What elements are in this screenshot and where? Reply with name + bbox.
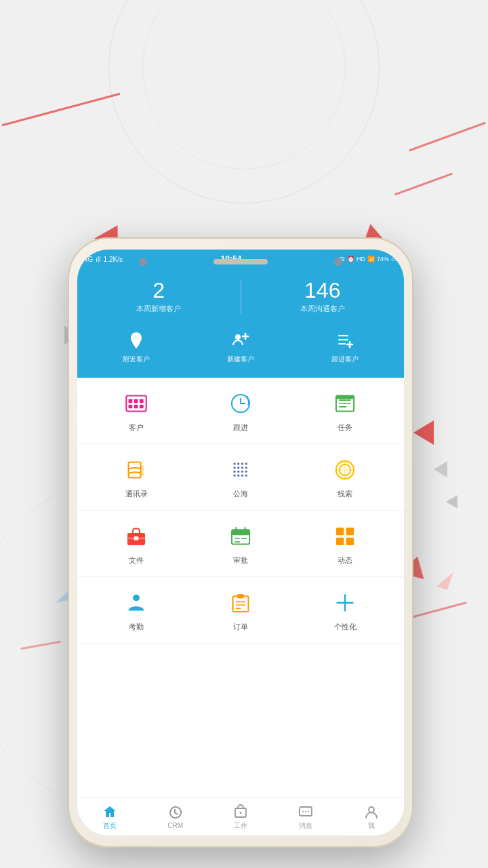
svg-point-28 [245, 462, 247, 465]
nav-crm[interactable]: CRM [142, 798, 207, 835]
grid-row-2: 通讯录 [77, 444, 404, 511]
svg-point-70 [308, 810, 309, 812]
svg-point-40 [245, 475, 247, 477]
task-icon [333, 391, 357, 416]
quick-action-follow[interactable]: 跟进客户 [293, 328, 397, 364]
stat-contact-customers: 146 本周沟通客户 [241, 279, 405, 314]
task-icon-wrap [330, 389, 360, 418]
grid-item-followup[interactable]: 跟进 [207, 389, 274, 433]
home-icon [102, 804, 118, 820]
nav-message-label: 消息 [299, 821, 312, 831]
customer-icon-wrap [121, 389, 151, 418]
sea-icon-wrap [226, 455, 256, 485]
dynamic-label: 动态 [338, 555, 352, 566]
quick-actions-bar: 附近客户 新建客户 [77, 328, 404, 364]
nav-home[interactable]: 首页 [77, 798, 142, 835]
grid-item-customize[interactable]: 个性化 [311, 588, 379, 632]
nav-message[interactable]: 消息 [273, 798, 338, 835]
approval-icon [228, 524, 253, 549]
clue-icon [333, 458, 357, 482]
svg-rect-22 [129, 462, 141, 478]
nav-me[interactable]: 我 [339, 798, 404, 835]
grid-row-4: 考勤 [77, 577, 404, 644]
svg-rect-11 [134, 399, 138, 403]
dynamic-icon [333, 524, 357, 549]
sea-icon [228, 458, 253, 482]
svg-point-32 [245, 467, 247, 469]
svg-point-31 [241, 467, 243, 469]
nav-crm-label: CRM [167, 822, 183, 829]
file-icon [124, 524, 148, 549]
stat-new-number: 2 [77, 279, 241, 301]
screen-content: 2 本周新增客户 146 本周沟通客户 [77, 269, 404, 835]
svg-rect-9 [126, 396, 146, 412]
nav-work[interactable]: 工作 [208, 798, 273, 835]
svg-point-30 [237, 467, 239, 469]
grid-item-customer[interactable]: 客户 [102, 389, 170, 433]
status-left: 4G ıll 1.2K/s [84, 256, 123, 263]
customize-icon-wrap [330, 588, 360, 618]
quick-new-label: 新建客户 [227, 355, 254, 364]
location-icon [124, 328, 148, 352]
svg-rect-12 [140, 399, 144, 403]
work-icon [232, 804, 249, 820]
quick-follow-label: 跟进客户 [331, 355, 359, 364]
grid-item-file[interactable]: 文件 [102, 521, 170, 566]
phone-frame: 4G ıll 1.2K/s 10:54 ⊟ ⏰ HD 📶 74% ▭ [68, 237, 413, 848]
svg-point-38 [237, 475, 239, 477]
attendance-icon-wrap [121, 588, 151, 618]
svg-rect-53 [336, 528, 344, 535]
customize-icon [333, 591, 357, 615]
battery-icon: ▭ [391, 256, 397, 262]
nav-me-label: 我 [368, 821, 375, 831]
grid-row-3: 文件 [77, 511, 404, 577]
grid-menu: 客户 跟进 [77, 378, 404, 644]
svg-rect-10 [129, 399, 133, 403]
phone-camera-left [139, 258, 147, 266]
svg-point-33 [233, 471, 235, 473]
contacts-icon [124, 458, 148, 482]
stats-row: 2 本周新增客户 146 本周沟通客户 [77, 279, 404, 314]
approval-icon-wrap [226, 521, 256, 551]
grid-item-attendance[interactable]: 考勤 [102, 588, 170, 632]
wifi-icon: 📶 [367, 256, 375, 262]
grid-item-clue[interactable]: 线索 [311, 455, 379, 499]
file-label: 文件 [129, 555, 144, 566]
svg-point-66 [240, 812, 242, 814]
grid-item-sea[interactable]: 公海 [207, 455, 274, 499]
phone-screen: 4G ıll 1.2K/s 10:54 ⊟ ⏰ HD 📶 74% ▭ [77, 250, 404, 835]
add-list-icon [333, 328, 357, 352]
add-person-icon [228, 328, 253, 352]
svg-rect-56 [346, 538, 354, 545]
grid-item-order[interactable]: 订单 [207, 588, 274, 632]
grid-item-dynamic[interactable]: 动态 [311, 521, 379, 566]
svg-point-57 [133, 595, 140, 601]
file-icon-wrap [121, 521, 151, 551]
grid-item-contacts[interactable]: 通讯录 [102, 455, 170, 499]
hd-badge: HD [357, 256, 365, 262]
svg-rect-15 [140, 405, 144, 409]
quick-action-new[interactable]: 新建客户 [188, 328, 293, 364]
network-indicator: 4G [84, 256, 93, 263]
contacts-icon-wrap [121, 455, 151, 485]
stat-contact-label: 本周沟通客户 [241, 304, 405, 314]
svg-rect-45 [134, 536, 139, 540]
followup-icon [228, 391, 253, 416]
grid-item-approval[interactable]: 审批 [207, 521, 274, 566]
approval-label: 审批 [233, 555, 248, 566]
svg-point-1 [235, 334, 241, 340]
svg-point-68 [302, 810, 304, 812]
svg-rect-59 [237, 594, 244, 599]
header-banner: 2 本周新增客户 146 本周沟通客户 [77, 269, 404, 378]
me-icon [363, 804, 380, 820]
quick-action-nearby[interactable]: 附近客户 [84, 328, 188, 364]
svg-point-34 [237, 471, 239, 473]
svg-point-71 [369, 807, 374, 812]
svg-point-27 [241, 462, 243, 465]
svg-point-25 [233, 462, 235, 465]
grid-item-task[interactable]: 任务 [311, 389, 379, 433]
svg-point-29 [233, 467, 235, 469]
attendance-icon [124, 591, 148, 615]
crm-icon [167, 804, 184, 821]
customize-label: 个性化 [334, 622, 357, 632]
